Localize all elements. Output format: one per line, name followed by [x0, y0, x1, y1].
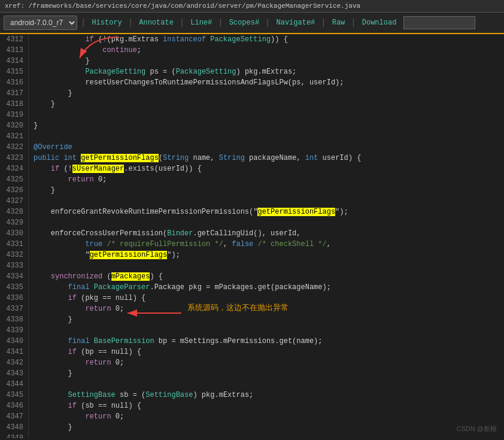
toolbar: android-7.0.0_r7 | History | Annotate | …	[0, 13, 504, 34]
table-row: SettingBase sb = (SettingBase) pkg.mExtr…	[34, 390, 499, 400]
table-row: }	[34, 368, 499, 379]
download-link[interactable]: Download	[360, 17, 399, 28]
table-row	[34, 196, 499, 207]
lineno-link[interactable]: Line#	[188, 17, 214, 28]
table-row: "getPermissionFlags");	[34, 250, 499, 260]
version-select[interactable]: android-7.0.0_r7	[4, 16, 77, 30]
table-row: public int getPermissionFlags(String nam…	[34, 153, 499, 163]
history-link[interactable]: History	[89, 17, 124, 28]
table-row: if (bp == null) {	[34, 347, 499, 357]
table-row: if (!(pkg.mExtras instanceof PackageSett…	[34, 34, 499, 45]
table-row: synchronized (mPackages) {	[34, 271, 499, 282]
table-row: if (sb == null) {	[34, 400, 499, 411]
table-row: }	[34, 88, 499, 99]
table-row	[34, 260, 499, 271]
code-area: 4312431343144315431643174318431943204321…	[0, 34, 504, 438]
table-row: }	[34, 314, 499, 325]
sep6: |	[321, 18, 326, 28]
table-row: final BasePermission bp = mSettings.mPer…	[34, 336, 499, 347]
annotate-link[interactable]: Annotate	[136, 17, 176, 28]
table-row: resetUserChangesToRuntimePermissionsAndF…	[34, 77, 499, 88]
navigate-link[interactable]: Navigate#	[274, 17, 318, 28]
table-row: enforceGrantRevokeRuntimePermissionPermi…	[34, 207, 499, 217]
table-row: }	[34, 56, 499, 66]
table-row	[34, 131, 499, 142]
table-row	[34, 110, 499, 120]
sep4: |	[218, 18, 223, 28]
table-row: if (!sUserManager.exists(userId)) {	[34, 163, 499, 174]
table-row: @Override	[34, 142, 499, 153]
table-row: enforceCrossUserPermission(Binder.getCal…	[34, 228, 499, 239]
sep3: |	[180, 18, 184, 28]
line-numbers: 4312431343144315431643174318431943204321…	[0, 34, 29, 438]
table-row: }	[34, 185, 499, 196]
file-path: xref: /frameworks/base/services/core/jav…	[5, 2, 360, 10]
sep2: |	[128, 18, 133, 28]
table-row: final PackageParser.Package pkg = mPacka…	[34, 282, 499, 293]
table-row	[34, 325, 499, 336]
top-bar: xref: /frameworks/base/services/core/jav…	[0, 0, 504, 13]
code-content: if (!(pkg.mExtras instanceof PackageSett…	[29, 34, 504, 438]
table-row	[34, 217, 499, 228]
watermark: CSDN @新根	[457, 424, 497, 433]
table-row: }	[34, 120, 499, 131]
table-row: PackageSetting ps = (PackageSetting) pkg…	[34, 66, 499, 77]
sep1: |	[81, 18, 86, 28]
table-row: }	[34, 422, 499, 433]
table-row: return 0;	[34, 174, 499, 185]
table-row	[34, 433, 499, 438]
table-row: }	[34, 99, 499, 110]
search-input[interactable]	[403, 16, 475, 29]
annotation-text: 系统源码，这边不在抛出异常	[187, 302, 289, 313]
table-row: true /* requireFullPermission */, false …	[34, 239, 499, 250]
table-row: continue;	[34, 45, 499, 56]
raw-link[interactable]: Raw	[330, 17, 348, 28]
scopes-link[interactable]: Scopes#	[227, 17, 262, 28]
sep5: |	[265, 18, 270, 28]
table-row: return 0;	[34, 411, 499, 422]
sep7: |	[351, 18, 356, 28]
table-row	[34, 379, 499, 390]
table-row: return 0;	[34, 357, 499, 368]
